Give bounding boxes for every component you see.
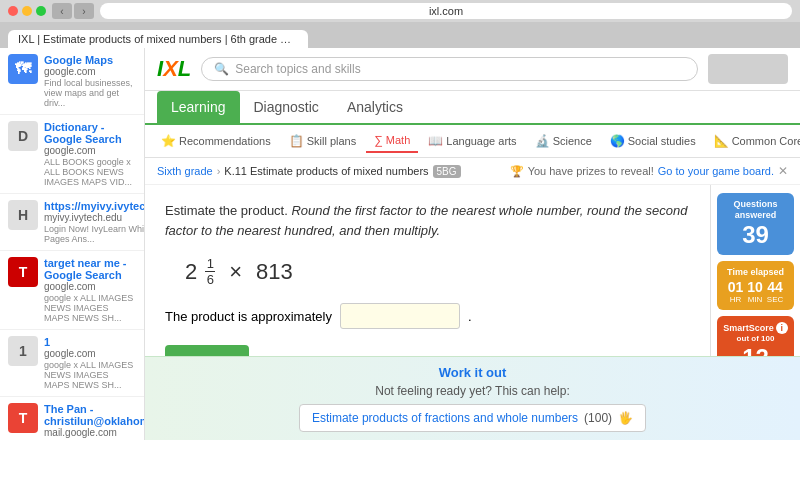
- browser-chrome: ‹ › ixl.com IXL | Estimate products of m…: [0, 0, 800, 48]
- common-core-icon: 📐: [714, 134, 729, 148]
- page-layout: 🗺 Google Maps google.com Find local busi…: [0, 48, 800, 440]
- tab-language-arts[interactable]: 📖 Language arts: [420, 130, 524, 152]
- help-bar: Work it out Not feeling ready yet? This …: [145, 356, 800, 440]
- minutes-part: 10 MIN: [747, 279, 763, 304]
- sidebar-item-text: The Pan - christilun@oklahoma... mail.go…: [44, 403, 145, 438]
- breadcrumb: Sixth grade › K.11 Estimate products of …: [157, 165, 461, 178]
- submit-button[interactable]: Submit: [165, 345, 249, 356]
- recommendations-icon: ⭐: [161, 134, 176, 148]
- search-icon: 🔍: [214, 62, 229, 76]
- help-link-text: Estimate products of fractions and whole…: [312, 411, 578, 425]
- answer-row: The product is approximately .: [165, 303, 690, 329]
- sidebar-avatar-d: D: [8, 121, 38, 151]
- questions-answered-box: Questions answered 39: [717, 193, 794, 255]
- search-placeholder: Search topics and skills: [235, 62, 360, 76]
- main-content: I X L 🔍 Search topics and skills Learnin…: [145, 48, 800, 440]
- sidebar-avatar-thepan: T: [8, 403, 38, 433]
- help-link-box[interactable]: Estimate products of fractions and whole…: [299, 404, 646, 432]
- sidebar-item-text: https://myivy.ivytech.edu/ myivy.ivytech…: [44, 200, 145, 244]
- time-sub: 01 HR 10 MIN 44 SEC: [723, 279, 788, 304]
- tab-skill-plans[interactable]: 📋 Skill plans: [281, 130, 365, 152]
- tab-analytics[interactable]: Analytics: [333, 91, 417, 123]
- logo-l: L: [178, 56, 191, 82]
- multiplication-sign: ×: [229, 259, 242, 285]
- help-count: (100): [584, 411, 612, 425]
- sidebar-item-thepan[interactable]: T The Pan - christilun@oklahoma... mail.…: [0, 397, 144, 440]
- fraction-part: 1 6: [205, 256, 215, 287]
- close-traffic-light[interactable]: [8, 6, 18, 16]
- science-icon: 🔬: [535, 134, 550, 148]
- tab-common-core[interactable]: 📐 Common Core: [706, 130, 800, 152]
- questions-answered-value: 39: [723, 221, 788, 249]
- denominator: 6: [207, 272, 214, 287]
- back-button[interactable]: ‹: [52, 3, 72, 19]
- right-stats-panel: Questions answered 39 Time elapsed 01 HR…: [710, 185, 800, 356]
- skill-badge: 5BG: [433, 165, 461, 178]
- seconds-value: 44: [767, 279, 783, 295]
- maximize-traffic-light[interactable]: [36, 6, 46, 16]
- smart-score-label: SmartScore: [723, 323, 774, 334]
- smart-score-value: 12: [723, 344, 788, 356]
- breadcrumb-bar: Sixth grade › K.11 Estimate products of …: [145, 158, 800, 185]
- subject-tabs: ⭐ Recommendations 📋 Skill plans ∑ Math 📖…: [145, 125, 800, 158]
- sidebar-item-text: 1 google.com google x ALL IMAGES NEWS IM…: [44, 336, 136, 390]
- language-arts-icon: 📖: [428, 134, 443, 148]
- hand-icon: 🖐: [618, 411, 633, 425]
- social-studies-icon: 🌎: [610, 134, 625, 148]
- tab-learning[interactable]: Learning: [157, 91, 240, 123]
- sidebar-item-dictionary[interactable]: D Dictionary - Google Search google.com …: [0, 115, 144, 194]
- tab-recommendations[interactable]: ⭐ Recommendations: [153, 130, 279, 152]
- tab-diagnostic[interactable]: Diagnostic: [240, 91, 333, 123]
- title-bar: ‹ › ixl.com: [0, 0, 800, 22]
- sidebar-item-1[interactable]: 1 1 google.com google x ALL IMAGES NEWS …: [0, 330, 144, 397]
- smart-score-sublabel: out of 100: [723, 334, 788, 344]
- forward-button[interactable]: ›: [74, 3, 94, 19]
- tab-social-studies[interactable]: 🌎 Social studies: [602, 130, 704, 152]
- hours-label: HR: [728, 295, 744, 304]
- sidebar-item-google-maps[interactable]: 🗺 Google Maps google.com Find local busi…: [0, 48, 144, 115]
- search-bar[interactable]: 🔍 Search topics and skills: [201, 57, 698, 81]
- ixl-nav: Learning Diagnostic Analytics: [145, 91, 800, 125]
- address-bar[interactable]: ixl.com: [100, 3, 792, 19]
- numerator: 1: [207, 256, 214, 271]
- info-icon[interactable]: i: [776, 322, 788, 334]
- header-avatar: [708, 54, 788, 84]
- answer-label: The product is approximately: [165, 309, 332, 324]
- not-ready-text: Not feeling ready yet? This can help:: [161, 384, 784, 398]
- period: .: [468, 309, 472, 324]
- active-tab[interactable]: IXL | Estimate products of mixed numbers…: [8, 30, 308, 48]
- sidebar-avatar-1: 1: [8, 336, 38, 366]
- minimize-traffic-light[interactable]: [22, 6, 32, 16]
- sidebar-item-target[interactable]: T target near me - Google Search google.…: [0, 251, 144, 330]
- breadcrumb-grade-link[interactable]: Sixth grade: [157, 165, 213, 177]
- smart-score-box: SmartScore i out of 100 12: [717, 316, 794, 356]
- sidebar-item-ivytech[interactable]: H https://myivy.ivytech.edu/ myivy.ivyte…: [0, 194, 144, 251]
- seconds-part: 44 SEC: [767, 279, 783, 304]
- help-link-wrap: Estimate products of fractions and whole…: [161, 404, 784, 432]
- answer-input[interactable]: [340, 303, 460, 329]
- sidebar: 🗺 Google Maps google.com Find local busi…: [0, 48, 145, 440]
- math-expression: 2 1 6 × 813: [185, 256, 690, 287]
- ixl-logo: I X L: [157, 56, 191, 82]
- tab-bar: IXL | Estimate products of mixed numbers…: [0, 22, 800, 48]
- logo-x: X: [163, 56, 178, 82]
- trophy-icon: 🏆: [510, 165, 524, 178]
- hours-value: 01: [728, 279, 744, 295]
- questions-answered-label: Questions answered: [723, 199, 788, 221]
- hours-part: 01 HR: [728, 279, 744, 304]
- prizes-bar: 🏆 You have prizes to reveal! Go to your …: [510, 164, 788, 178]
- sidebar-avatar: 🗺: [8, 54, 38, 84]
- prizes-link[interactable]: Go to your game board.: [658, 165, 774, 177]
- whole-number-part: 2: [185, 259, 197, 285]
- question-area: Estimate the product. Round the first fa…: [145, 185, 710, 356]
- prizes-close-button[interactable]: ✕: [778, 164, 788, 178]
- sidebar-item-text: Google Maps google.com Find local busine…: [44, 54, 136, 108]
- traffic-lights: [8, 6, 46, 16]
- time-elapsed-label: Time elapsed: [723, 267, 788, 278]
- work-it-out-link[interactable]: Work it out: [161, 365, 784, 380]
- tab-math[interactable]: ∑ Math: [366, 129, 418, 153]
- minutes-label: MIN: [747, 295, 763, 304]
- breadcrumb-skill-code: K.11 Estimate products of mixed numbers: [224, 165, 428, 177]
- tab-science[interactable]: 🔬 Science: [527, 130, 600, 152]
- time-elapsed-box: Time elapsed 01 HR 10 MIN 44 SEC: [717, 261, 794, 311]
